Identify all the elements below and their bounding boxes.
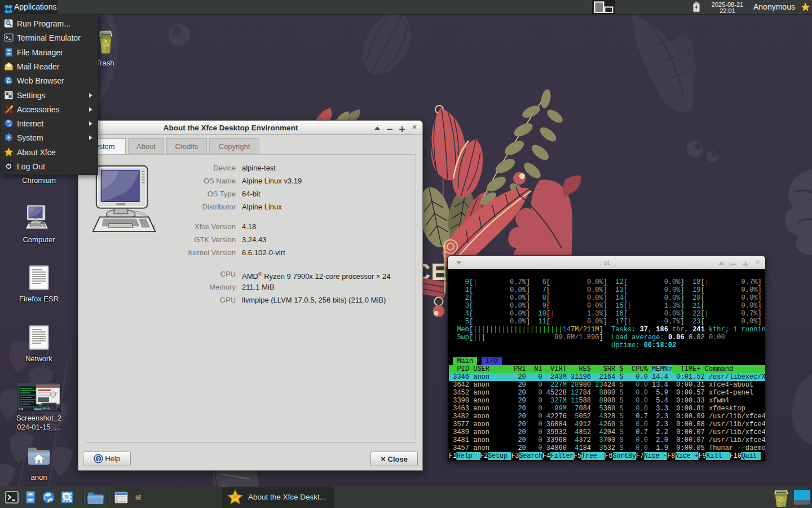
svg-text:?: ? [97, 456, 100, 462]
